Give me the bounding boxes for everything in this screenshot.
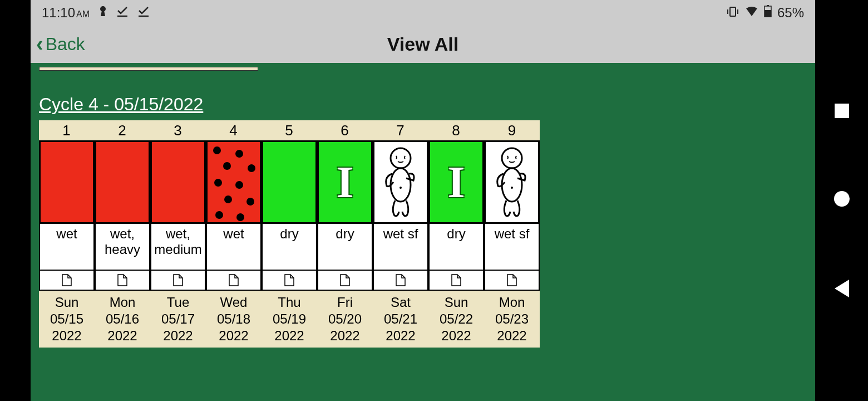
intercourse-marker: I bbox=[447, 157, 465, 208]
note-cell bbox=[206, 271, 262, 291]
day-date: Sun05/222022 bbox=[428, 291, 484, 348]
day-number: 1 bbox=[39, 120, 95, 140]
app-bar: ‹ Back View All bbox=[31, 25, 815, 63]
baby-icon bbox=[492, 146, 531, 218]
day-date: Mon05/232022 bbox=[484, 291, 540, 348]
status-bar: 11:10AM 65% bbox=[31, 0, 815, 25]
note-cell bbox=[317, 271, 373, 291]
day-date: Sun05/152022 bbox=[39, 291, 95, 348]
nav-home-button[interactable] bbox=[834, 191, 850, 207]
check-underline-icon-2 bbox=[137, 5, 150, 21]
page-icon bbox=[395, 273, 406, 287]
cycle-chart: 1 wet Sun05/152022 2 wet, heavy Mon05/16… bbox=[39, 120, 810, 348]
android-nav-bar bbox=[815, 0, 868, 401]
day-description: dry bbox=[262, 224, 317, 271]
app-screen: 11:10AM 65% ‹ B bbox=[31, 0, 815, 401]
battery-icon bbox=[764, 5, 772, 21]
day-description: wet, medium bbox=[150, 224, 206, 271]
day-description: wet bbox=[206, 224, 262, 271]
intercourse-marker: I bbox=[336, 157, 353, 208]
svg-rect-3 bbox=[730, 7, 736, 16]
content-area: 2017 2017 2017 2017 Cycle 4 - 05/15/2022… bbox=[31, 63, 815, 401]
day-number: 6 bbox=[317, 120, 373, 140]
page-icon bbox=[172, 273, 184, 287]
square-icon bbox=[835, 104, 849, 118]
day-number: 8 bbox=[428, 120, 484, 140]
page-icon bbox=[61, 273, 72, 287]
day-description: wet sf bbox=[484, 224, 540, 271]
day-description: wet bbox=[39, 224, 95, 271]
day-number: 5 bbox=[262, 120, 317, 140]
page-icon bbox=[228, 273, 239, 287]
baby-icon bbox=[381, 146, 420, 218]
page-icon bbox=[117, 273, 128, 287]
status-left: 11:10AM bbox=[42, 5, 150, 21]
note-cell bbox=[150, 271, 206, 291]
sticker-red bbox=[39, 140, 95, 224]
day-column-4[interactable]: 4 wet Wed05/182022 bbox=[206, 120, 262, 348]
day-number: 2 bbox=[95, 120, 150, 140]
nav-back-button[interactable] bbox=[835, 280, 849, 297]
vibrate-icon bbox=[726, 5, 739, 21]
svg-point-14 bbox=[511, 187, 513, 189]
back-label: Back bbox=[46, 34, 85, 55]
day-description: wet sf bbox=[373, 224, 428, 271]
svg-point-13 bbox=[502, 168, 522, 202]
day-number: 3 bbox=[150, 120, 206, 140]
sticker-red bbox=[95, 140, 150, 224]
circle-icon bbox=[834, 191, 850, 207]
svg-rect-8 bbox=[765, 10, 771, 17]
wifi-icon bbox=[745, 5, 758, 21]
nav-recent-button[interactable] bbox=[835, 104, 849, 118]
sticker-white-baby bbox=[373, 140, 428, 224]
note-cell bbox=[428, 271, 484, 291]
sticker-green-i: I bbox=[428, 140, 484, 224]
day-number: 7 bbox=[373, 120, 428, 140]
sticker-green bbox=[262, 140, 317, 224]
left-black-edge bbox=[0, 0, 31, 401]
day-column-3[interactable]: 3 wet, medium Tue05/172022 bbox=[150, 120, 206, 348]
note-cell bbox=[262, 271, 317, 291]
day-date: Fri05/202022 bbox=[317, 291, 373, 348]
check-underline-icon bbox=[116, 5, 129, 21]
svg-point-10 bbox=[391, 168, 411, 202]
day-column-7[interactable]: 7 wet sf Sat05/212022 bbox=[373, 120, 428, 348]
page-icon bbox=[451, 273, 462, 287]
note-cell bbox=[373, 271, 428, 291]
sticker-white-baby bbox=[484, 140, 540, 224]
sticker-red-dots bbox=[206, 140, 262, 224]
day-description: dry bbox=[428, 224, 484, 271]
day-date: Sat05/212022 bbox=[373, 291, 428, 348]
day-description: dry bbox=[317, 224, 373, 271]
day-date: Mon05/162022 bbox=[95, 291, 150, 348]
day-column-1[interactable]: 1 wet Sun05/152022 bbox=[39, 120, 95, 348]
day-date: Wed05/182022 bbox=[206, 291, 262, 348]
page-title: View All bbox=[387, 33, 459, 55]
day-number: 4 bbox=[206, 120, 262, 140]
day-number: 9 bbox=[484, 120, 540, 140]
cycle-title-link[interactable]: Cycle 4 - 05/15/2022 bbox=[39, 94, 810, 115]
back-button[interactable]: ‹ Back bbox=[31, 32, 91, 56]
dots-overlay bbox=[208, 142, 260, 222]
svg-point-9 bbox=[391, 148, 411, 168]
status-right: 65% bbox=[726, 5, 804, 21]
battery-percent: 65% bbox=[777, 5, 804, 21]
sticker-red bbox=[150, 140, 206, 224]
keyhole-icon bbox=[98, 5, 107, 21]
page-icon bbox=[284, 273, 295, 287]
day-column-2[interactable]: 2 wet, heavy Mon05/162022 bbox=[95, 120, 150, 348]
svg-point-11 bbox=[400, 187, 402, 189]
svg-point-12 bbox=[502, 148, 522, 168]
day-date: Thu05/192022 bbox=[262, 291, 317, 348]
note-cell bbox=[95, 271, 150, 291]
day-column-9[interactable]: 9 wet sf Mon05/232022 bbox=[484, 120, 540, 348]
day-description: wet, heavy bbox=[95, 224, 150, 271]
day-date: Tue05/172022 bbox=[150, 291, 206, 348]
sticker-green-i: I bbox=[317, 140, 373, 224]
day-column-8[interactable]: 8 I dry Sun05/222022 bbox=[428, 120, 484, 348]
page-icon bbox=[506, 273, 517, 287]
day-column-5[interactable]: 5 dry Thu05/192022 bbox=[262, 120, 317, 348]
previous-cycle-strip[interactable]: 2017 2017 2017 2017 bbox=[39, 67, 258, 71]
day-column-6[interactable]: 6 I dry Fri05/202022 bbox=[317, 120, 373, 348]
page-icon bbox=[339, 273, 351, 287]
